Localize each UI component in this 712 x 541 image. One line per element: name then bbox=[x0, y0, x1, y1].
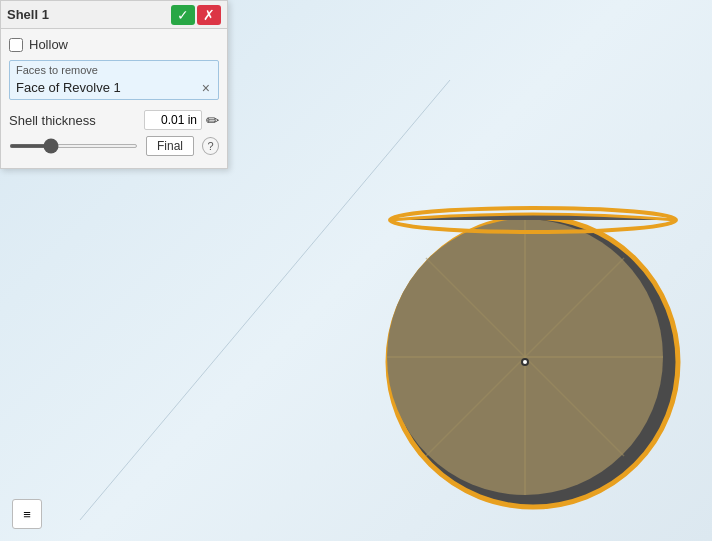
final-button[interactable]: Final bbox=[146, 136, 194, 156]
hollow-row: Hollow bbox=[9, 37, 219, 52]
thickness-input[interactable] bbox=[144, 110, 202, 130]
accept-button[interactable]: ✓ bbox=[171, 5, 195, 25]
cancel-button[interactable]: ✗ bbox=[197, 5, 221, 25]
panel-title: Shell 1 bbox=[7, 7, 49, 22]
thickness-slider[interactable] bbox=[9, 144, 138, 148]
list-icon: ≡ bbox=[23, 507, 31, 522]
bottom-left-icon[interactable]: ≡ bbox=[12, 499, 42, 529]
thickness-label: Shell thickness bbox=[9, 113, 96, 128]
thickness-value-group: ✏ bbox=[144, 110, 219, 130]
panel-header-buttons: ✓ ✗ bbox=[171, 5, 221, 25]
face-item-text: Face of Revolve 1 bbox=[16, 80, 121, 95]
faces-section: Faces to remove Face of Revolve 1 × bbox=[9, 60, 219, 100]
hollow-checkbox[interactable] bbox=[9, 38, 23, 52]
flip-direction-button[interactable]: ✏ bbox=[206, 111, 219, 130]
thickness-row: Shell thickness ✏ bbox=[9, 110, 219, 130]
face-remove-button[interactable]: × bbox=[200, 81, 212, 95]
slider-row: Final ? bbox=[9, 136, 219, 156]
shell-panel: Shell 1 ✓ ✗ Hollow Faces to remove Face … bbox=[0, 0, 228, 169]
svg-point-9 bbox=[523, 360, 527, 364]
panel-header: Shell 1 ✓ ✗ bbox=[1, 1, 227, 29]
face-item: Face of Revolve 1 × bbox=[10, 76, 218, 99]
panel-body: Hollow Faces to remove Face of Revolve 1… bbox=[1, 29, 227, 168]
help-button[interactable]: ? bbox=[202, 137, 219, 155]
faces-section-label: Faces to remove bbox=[10, 61, 218, 76]
hollow-label: Hollow bbox=[29, 37, 68, 52]
